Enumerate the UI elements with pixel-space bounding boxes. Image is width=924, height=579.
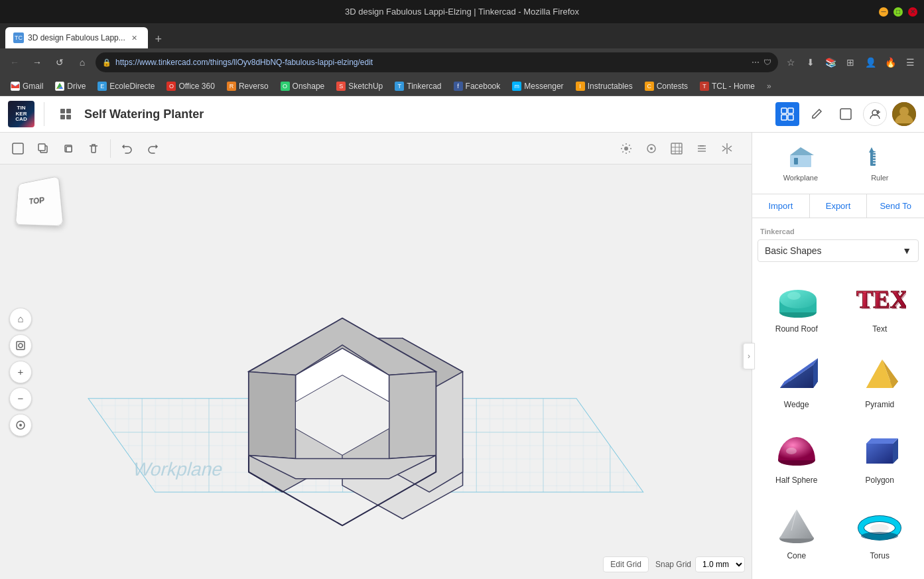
- snap-grid-select[interactable]: 1.0 mm 0.5 mm 2.0 mm: [695, 556, 745, 572]
- bookmark-contests[interactable]: C Contests: [639, 78, 693, 94]
- url-display: https://www.tinkercad.com/things/llOyv8d…: [115, 58, 748, 67]
- round-roof-thumbnail: [770, 274, 823, 320]
- delete-button[interactable]: [82, 137, 105, 160]
- svg-marker-68: [866, 438, 898, 444]
- nav-actions: ☆ ⬇ 📚 ⊞ 👤 🔥 ☰: [782, 54, 919, 71]
- ruler-icon: [866, 145, 893, 171]
- maximize-button[interactable]: □: [893, 7, 903, 17]
- shape-half-sphere[interactable]: Half Sphere: [758, 420, 836, 490]
- right-panel: › Workplane: [752, 133, 924, 579]
- home-button[interactable]: ⌂: [73, 53, 92, 72]
- star-button[interactable]: ☆: [782, 54, 799, 71]
- svg-rect-19: [66, 147, 72, 152]
- new-tab-button[interactable]: +: [149, 30, 168, 48]
- library-button[interactable]: 📚: [822, 54, 839, 71]
- select-tool-button[interactable]: [7, 137, 29, 160]
- bookmark-instructables[interactable]: I Instructables: [570, 78, 638, 94]
- copy-button[interactable]: [32, 137, 54, 160]
- ecole-icon: E: [98, 82, 107, 91]
- svg-rect-23: [671, 143, 682, 154]
- onshape-label: Onshape: [293, 82, 325, 91]
- perspective-button[interactable]: [9, 414, 32, 436]
- minimize-button[interactable]: ─: [879, 7, 888, 17]
- bookmark-ecole[interactable]: E EcoleDirecte: [92, 78, 160, 94]
- wedge-thumbnail: [770, 350, 823, 396]
- download-button[interactable]: ⬇: [802, 54, 819, 71]
- address-bar[interactable]: 🔒 https://www.tinkercad.com/things/llOyv…: [96, 52, 778, 72]
- workplane-tool-label: Workplane: [783, 174, 818, 182]
- cone-label: Cone: [787, 551, 806, 560]
- instructables-icon: I: [576, 82, 585, 91]
- home-view-button[interactable]: ⌂: [9, 308, 32, 330]
- zoom-out-button[interactable]: −: [9, 387, 32, 410]
- add-user-button[interactable]: [863, 102, 887, 126]
- mirror-button[interactable]: [716, 137, 738, 160]
- shape-cone[interactable]: Cone: [758, 495, 836, 566]
- bookmark-drive[interactable]: Drive: [50, 78, 91, 94]
- grid-view-toggle[interactable]: [54, 102, 78, 126]
- sketchup-label: SketchUp: [348, 82, 383, 91]
- viewport[interactable]: TOP ⌂ + −: [0, 164, 752, 579]
- tinkercad-label: Tinkercad: [407, 82, 441, 91]
- shape-polygon[interactable]: Polygon: [841, 420, 919, 490]
- bookmark-gmail[interactable]: Gmail: [5, 78, 48, 94]
- bookmark-facebook[interactable]: f Facebook: [448, 78, 506, 94]
- shape-torus[interactable]: Torus: [841, 495, 919, 566]
- cone-thumbnail: [770, 501, 823, 547]
- shapes-button[interactable]: [640, 137, 663, 160]
- redo-button[interactable]: [141, 137, 164, 160]
- shape-pyramid[interactable]: Pyramid: [841, 344, 919, 415]
- left-controls: ⌂ + −: [9, 308, 32, 436]
- import-button[interactable]: Import: [752, 194, 810, 218]
- lights-button[interactable]: [615, 137, 637, 160]
- svg-text:Workplane: Workplane: [131, 458, 226, 479]
- shape-text[interactable]: TEXT TEXT Text: [841, 269, 919, 339]
- ruler-tool-button[interactable]: Ruler: [856, 139, 903, 187]
- svg-rect-8: [788, 108, 793, 113]
- bookmark-sketchup[interactable]: S SketchUp: [331, 78, 388, 94]
- shape-wedge[interactable]: Wedge: [758, 344, 836, 415]
- shapes-section: Tinkercad Basic Shapes ▼: [752, 218, 924, 579]
- user-avatar[interactable]: [892, 102, 916, 126]
- tab-close-button[interactable]: ✕: [129, 32, 140, 43]
- svg-rect-4: [66, 109, 71, 113]
- close-button[interactable]: ✕: [908, 7, 917, 17]
- app-logo[interactable]: TINKERCAD: [8, 101, 34, 127]
- panel-collapse-button[interactable]: ›: [743, 343, 755, 369]
- snap-grid-control: Snap Grid 1.0 mm 0.5 mm 2.0 mm: [655, 556, 745, 572]
- bookmark-office[interactable]: O Office 360: [161, 78, 220, 94]
- workplane-tool-button[interactable]: Workplane: [773, 139, 828, 187]
- edit-tool-button[interactable]: [805, 102, 828, 126]
- zoom-in-button[interactable]: +: [9, 361, 32, 383]
- gmail-icon: [11, 82, 20, 91]
- bookmark-reverso[interactable]: R Reverso: [222, 78, 274, 94]
- text-thumbnail: TEXT TEXT: [853, 274, 906, 320]
- bookmark-messenger[interactable]: m Messenger: [507, 78, 568, 94]
- nav-bar: ← → ↺ ⌂ 🔒 https://www.tinkercad.com/thin…: [0, 48, 924, 76]
- forward-button[interactable]: →: [28, 53, 46, 72]
- facebook-icon: f: [454, 82, 463, 91]
- bookmark-tinkercad[interactable]: T Tinkercad: [389, 78, 446, 94]
- active-tab[interactable]: TC 3D design Fabulous Lapp... ✕: [5, 27, 148, 48]
- edit-grid-button[interactable]: Edit Grid: [603, 556, 649, 572]
- profile-button[interactable]: 👤: [862, 54, 879, 71]
- undo-button[interactable]: [116, 137, 139, 160]
- reload-button[interactable]: ↺: [50, 53, 69, 72]
- grid-button[interactable]: [665, 137, 688, 160]
- back-button[interactable]: ←: [5, 53, 24, 72]
- export-button[interactable]: Export: [810, 194, 868, 218]
- shape-round-roof[interactable]: Round Roof: [758, 269, 836, 339]
- align-button[interactable]: [691, 137, 713, 160]
- firefox-button[interactable]: 🔥: [882, 54, 899, 71]
- send-to-button[interactable]: Send To: [867, 194, 924, 218]
- shapes-category-dropdown[interactable]: Basic Shapes ▼: [758, 239, 919, 262]
- sidebar-toggle[interactable]: ⊞: [842, 54, 859, 71]
- view-mode-button[interactable]: [834, 102, 858, 126]
- layout-button[interactable]: [775, 102, 799, 126]
- menu-button[interactable]: ☰: [901, 54, 919, 71]
- bookmark-onshape[interactable]: O Onshape: [275, 78, 330, 94]
- more-bookmarks-button[interactable]: »: [761, 78, 777, 94]
- fit-view-button[interactable]: [9, 334, 32, 357]
- bookmark-tcl[interactable]: T TCL - Home: [694, 78, 760, 94]
- duplicate-button[interactable]: [57, 137, 80, 160]
